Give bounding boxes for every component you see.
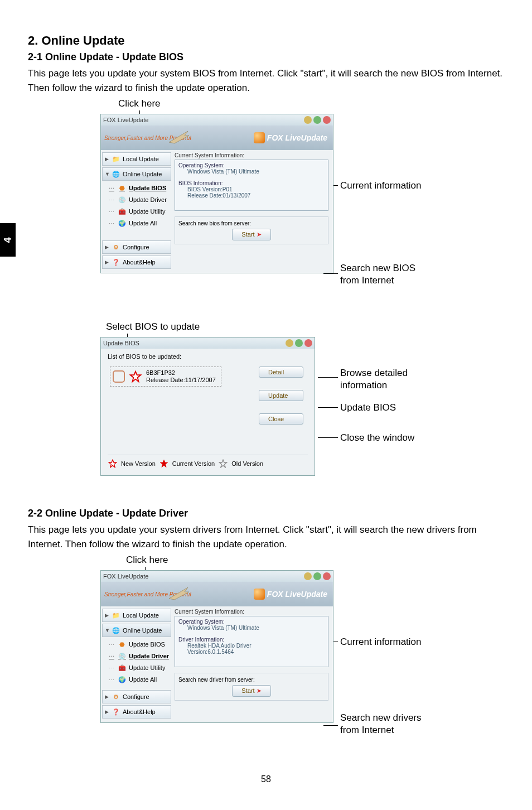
os-value: Windows Vista (TM) Ultimate [187,625,325,631]
minimize-icon[interactable] [304,572,312,580]
heading-2-2: 2-2 Online Update - Update Driver [28,508,504,519]
folder-icon: 📁 [112,155,120,163]
tree-branch-icon: ⋯ [109,642,114,648]
dialog-titlebar: Update BIOS [101,338,315,349]
banner: Stronger,Faster and More Powerful FOX Li… [101,126,333,150]
paragraph-2-1: This page lets you update your system BI… [28,66,504,95]
fox-icon [254,132,265,143]
sidebar: ▶ 📁 Local Update ▼ 🌐 Online Update ⋯ ⬣ U… [101,150,172,273]
list-label: List of BIOS to be updated: [108,353,308,360]
close-icon[interactable] [304,339,312,347]
label-select-bios: Select BIOS to update [106,321,200,332]
heading-2: 2. Online Update [28,33,504,48]
start-button[interactable]: Start ➤ [232,229,270,240]
callout-current-info-2: Current information [340,636,422,648]
minimize-icon[interactable] [286,339,293,347]
os-header: Operating System: [178,619,325,625]
sidebar-sub-driver[interactable]: ⋯ 💿 Update Driver [107,194,171,205]
sidebar-sub-label-all: Update All [129,220,157,226]
bios-entry[interactable]: 6B3F1P32 Release Date:11/17/2007 [110,367,221,387]
sidebar-item-configure[interactable]: ▶ ⚙ Configure [102,240,171,254]
svg-marker-2 [109,460,117,467]
bios-releasedate: Release Date:01/13/2007 [187,192,325,199]
content-header: Current System Information: [175,152,328,158]
sidebar-sub-utility[interactable]: ⋯ 🧰 Update Utility [107,206,171,217]
chapter-tab: 4 [0,223,16,257]
close-icon[interactable] [323,572,331,580]
driver-info-header: Driver Information: [178,637,325,643]
brand-label: FOX LiveUpdate [267,133,327,142]
os-value: Windows Vista (TM) Ultimate [187,168,325,175]
callout-detail-1: Browse detailed [340,367,408,379]
label-click-here-2: Click here [126,555,168,566]
minimize-icon[interactable] [304,116,312,124]
sidebar-sub-bios[interactable]: ⋯ ⬣ Update BIOS [107,182,171,194]
close-icon[interactable] [323,116,331,124]
sidebar-sub-utility[interactable]: ⋯ 🧰 Update Utility [107,662,171,673]
sidebar-item-online[interactable]: ▼ 🌐 Online Update [102,167,171,181]
start-button-label: Start [241,231,254,238]
content-header: Current System Information: [175,609,328,615]
paragraph-2-2: This page lets you update your system dr… [28,523,504,551]
maximize-icon[interactable] [295,339,303,347]
sidebar-sub-label-utility: Update Utility [129,208,165,215]
sidebar-sub-driver[interactable]: ⋯ 💿 Update Driver [107,650,171,662]
chip-icon: ⬣ [118,640,127,649]
callout-search-bios-1: Search new BIOS [340,262,415,274]
window-title: FOX LiveUpdate [103,573,148,580]
svg-marker-0 [169,131,189,143]
sidebar-sub-label-all: Update All [129,676,157,683]
sidebar-item-online[interactable]: ▼ 🌐 Online Update [102,624,171,637]
maximize-icon[interactable] [313,572,321,580]
sidebar-item-local[interactable]: ▶ 📁 Local Update [102,609,171,622]
chevron-right-icon: ▶ [105,613,109,618]
callout-close-window: Close the window [340,432,414,444]
maximize-icon[interactable] [313,116,321,124]
detail-button[interactable]: Detail [259,367,303,378]
fox-icon [254,589,265,600]
bios-list-area: 6B3F1P32 Release Date:11/17/2007 Detail … [108,362,308,451]
fox-liveupdate-window-2: FOX LiveUpdate Stronger,Faster and More … [100,570,333,723]
bios-entry-name: 6B3F1P32 [146,369,216,377]
star-current-icon [159,459,168,468]
sidebar-item-about[interactable]: ▶ ❓ About&Help [102,255,171,269]
folder-icon: 📁 [112,611,120,620]
os-header: Operating System: [178,162,325,168]
update-button[interactable]: Update [259,390,303,401]
svg-marker-3 [160,460,168,467]
chevron-right-icon: ▶ [105,244,109,250]
tool-icon: 🧰 [118,663,127,672]
sidebar-sub-all[interactable]: ⋯ 🌍 Update All [107,674,171,685]
update-bios-dialog: Update BIOS List of BIOS to be updated: … [100,337,315,476]
close-button[interactable]: Close [259,413,303,425]
tree-branch-icon: ⋯ [109,209,114,215]
chip-icon: ⬣ [118,184,127,192]
arrow-right-icon: ➤ [257,231,262,238]
sidebar-item-local[interactable]: ▶ 📁 Local Update [102,152,171,166]
sidebar-sub-all[interactable]: ⋯ 🌍 Update All [107,218,171,229]
callout-detail-2: information [340,379,408,392]
start-button[interactable]: Start ➤ [232,685,270,697]
sidebar-sub-bios[interactable]: ⋯ ⬣ Update BIOS [107,639,171,650]
sidebar-label-local: Local Update [123,612,159,619]
checkbox-icon[interactable] [113,370,125,383]
tree-branch-icon: ⋯ [109,197,114,203]
titlebar: FOX LiveUpdate [101,571,333,582]
sidebar-sub-label-utility: Update Utility [129,664,165,671]
content-pane: Current System Information: Operating Sy… [172,606,333,722]
globe-icon: 🌍 [118,219,127,228]
search-new-box: Search new driver from server: Start ➤ [175,673,328,701]
sidebar-sub-label-driver: Update Driver [129,653,169,659]
sidebar-item-configure[interactable]: ▶ ⚙ Configure [102,690,171,703]
tree-branch-icon: ⋯ [109,185,114,191]
sidebar-label-configure: Configure [123,693,149,700]
svg-marker-1 [130,372,141,382]
label-click-here: Click here [118,98,161,109]
disc-icon: 💿 [118,652,127,660]
star-new-icon [108,459,117,468]
globe-icon: 🌍 [118,675,127,684]
tool-icon: 🧰 [118,207,127,216]
chevron-right-icon: ▶ [105,156,109,162]
sidebar-item-about[interactable]: ▶ ❓ About&Help [102,705,171,719]
bios-info-header: BIOS Information: [178,180,325,186]
